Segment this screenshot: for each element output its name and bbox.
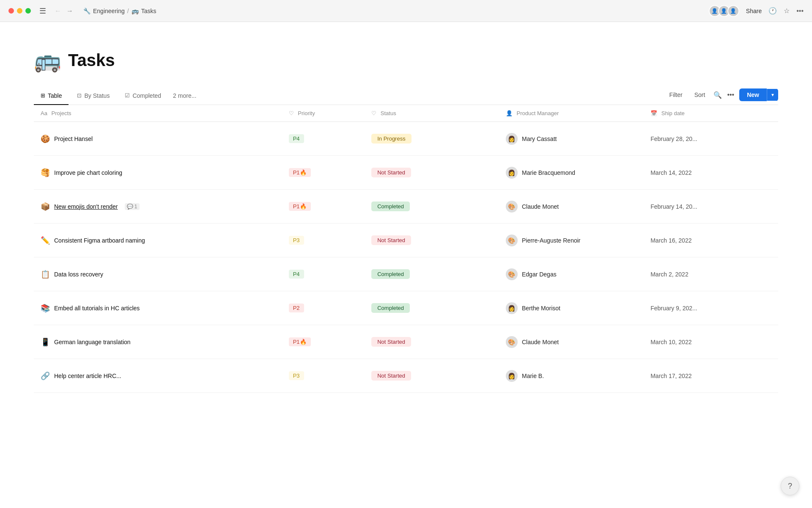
priority-cell[interactable]: P3 (282, 359, 365, 393)
status-cell[interactable]: Completed (365, 190, 499, 224)
project-emoji: ✏️ (41, 236, 50, 245)
projects-cell[interactable]: 🥞Improve pie chart coloring (34, 156, 282, 190)
project-name[interactable]: Improve pie chart coloring (54, 169, 122, 176)
projects-cell[interactable]: 📦New emojis don't render💬 1 (34, 190, 282, 224)
pm-cell[interactable]: 🎨Edgar Degas (499, 257, 644, 291)
toolbar-more-icon[interactable]: ••• (727, 91, 734, 99)
help-button[interactable]: ? (781, 477, 799, 495)
priority-cell[interactable]: P1🔥 (282, 190, 365, 224)
projects-cell[interactable]: 🍪Project Hansel (34, 122, 282, 156)
project-name[interactable]: Help center article HRC... (54, 373, 121, 379)
priority-badge: P4 (289, 134, 304, 143)
status-cell[interactable]: Not Started (365, 325, 499, 359)
pm-name: Mary Cassatt (522, 135, 557, 142)
tab-table[interactable]: ⊞ Table (34, 89, 69, 105)
pm-cell[interactable]: 👩Mary Cassatt (499, 122, 644, 156)
status-badge: Not Started (371, 235, 411, 245)
priority-cell[interactable]: P3 (282, 224, 365, 257)
project-name[interactable]: Consistent Figma artboard naming (54, 237, 145, 244)
menu-icon[interactable]: ☰ (39, 6, 46, 16)
pm-cell[interactable]: 🎨Claude Monet (499, 325, 644, 359)
table-row[interactable]: 📱German language translationP1🔥Not Start… (34, 325, 778, 359)
projects-cell[interactable]: ✏️Consistent Figma artboard naming (34, 224, 282, 257)
forward-button[interactable]: → (65, 6, 75, 16)
pm-avatar: 🎨 (506, 336, 518, 348)
by-status-tab-icon: ⊡ (77, 92, 82, 99)
project-name[interactable]: Embed all tutorials in HC articles (54, 305, 140, 312)
priority-cell[interactable]: P1🔥 (282, 156, 365, 190)
new-dropdown-button[interactable]: ▾ (767, 89, 778, 101)
ship-date-cell: March 10, 2022 (644, 325, 778, 359)
project-name[interactable]: German language translation (54, 339, 131, 345)
col-header-status[interactable]: ♡ Status (365, 105, 499, 122)
project-emoji: 🥞 (41, 168, 50, 177)
new-button-group: New ▾ (739, 88, 778, 101)
project-emoji: 📚 (41, 304, 50, 313)
priority-cell[interactable]: P4 (282, 122, 365, 156)
status-cell[interactable]: Not Started (365, 359, 499, 393)
pm-avatar: 🎨 (506, 268, 518, 280)
col-header-priority[interactable]: ♡ Priority (282, 105, 365, 122)
col-header-ship[interactable]: 📅 Ship date (644, 105, 778, 122)
project-name[interactable]: Project Hansel (54, 135, 93, 142)
status-cell[interactable]: Completed (365, 291, 499, 325)
comment-badge[interactable]: 💬 1 (125, 203, 140, 210)
filter-button[interactable]: Filter (666, 90, 686, 100)
priority-cell[interactable]: P1🔥 (282, 325, 365, 359)
table-row[interactable]: 📚Embed all tutorials in HC articlesP2Com… (34, 291, 778, 325)
status-badge: Completed (371, 303, 410, 313)
ship-date: February 9, 202... (650, 305, 697, 312)
more-icon[interactable]: ••• (796, 7, 804, 15)
pm-cell[interactable]: 👩Berthe Morisot (499, 291, 644, 325)
ship-date-cell: February 9, 202... (644, 291, 778, 325)
pm-name: Claude Monet (522, 339, 559, 345)
pm-name: Berthe Morisot (522, 305, 560, 312)
minimize-button[interactable] (17, 8, 22, 14)
avatar-3[interactable]: 👤 (727, 5, 739, 17)
pm-cell[interactable]: 👩Marie B. (499, 359, 644, 393)
share-button[interactable]: Share (746, 8, 762, 14)
table-row[interactable]: 🍪Project HanselP4In Progress👩Mary Cassat… (34, 122, 778, 156)
status-badge: In Progress (371, 134, 411, 144)
projects-cell[interactable]: 📱German language translation (34, 325, 282, 359)
priority-cell[interactable]: P4 (282, 257, 365, 291)
projects-cell[interactable]: 🔗Help center article HRC... (34, 359, 282, 393)
breadcrumb-page[interactable]: Tasks (141, 8, 156, 14)
star-icon[interactable]: ☆ (784, 7, 790, 15)
pm-name: Marie B. (522, 373, 544, 379)
priority-col-icon: ♡ (289, 110, 294, 116)
col-header-projects[interactable]: Aa Projects (34, 105, 282, 122)
ship-date: March 16, 2022 (650, 237, 691, 244)
status-cell[interactable]: Not Started (365, 224, 499, 257)
breadcrumb-section[interactable]: Engineering (93, 8, 125, 14)
table-row[interactable]: ✏️Consistent Figma artboard namingP3Not … (34, 224, 778, 257)
status-cell[interactable]: Completed (365, 257, 499, 291)
col-header-pm[interactable]: 👤 Product Manager (499, 105, 644, 122)
table-header-row: Aa Projects ♡ Priority ♡ Status 👤 Produc… (34, 105, 778, 122)
tab-by-status[interactable]: ⊡ By Status (70, 89, 116, 105)
status-cell[interactable]: In Progress (365, 122, 499, 156)
table-row[interactable]: 🔗Help center article HRC...P3Not Started… (34, 359, 778, 393)
search-icon[interactable]: 🔍 (713, 91, 722, 99)
table-row[interactable]: 📋Data loss recoveryP4Completed🎨Edgar Deg… (34, 257, 778, 291)
table-row[interactable]: 🥞Improve pie chart coloringP1🔥Not Starte… (34, 156, 778, 190)
more-tabs-button[interactable]: 2 more... (170, 89, 200, 104)
status-cell[interactable]: Not Started (365, 156, 499, 190)
table-row[interactable]: 📦New emojis don't render💬 1P1🔥Completed🎨… (34, 190, 778, 224)
table-tab-icon: ⊞ (41, 92, 45, 99)
pm-cell[interactable]: 👩Marie Bracquemond (499, 156, 644, 190)
maximize-button[interactable] (25, 8, 31, 14)
new-button[interactable]: New (739, 88, 767, 101)
tab-completed[interactable]: ☑ Completed (118, 89, 168, 105)
project-name[interactable]: Data loss recovery (54, 271, 103, 278)
projects-cell[interactable]: 📚Embed all tutorials in HC articles (34, 291, 282, 325)
priority-cell[interactable]: P2 (282, 291, 365, 325)
project-name[interactable]: New emojis don't render (54, 203, 118, 210)
history-icon[interactable]: 🕐 (768, 7, 777, 15)
sort-button[interactable]: Sort (691, 90, 709, 100)
pm-cell[interactable]: 🎨Claude Monet (499, 190, 644, 224)
back-button[interactable]: ← (53, 6, 63, 16)
pm-cell[interactable]: 🎨Pierre-Auguste Renoir (499, 224, 644, 257)
close-button[interactable] (8, 8, 14, 14)
projects-cell[interactable]: 📋Data loss recovery (34, 257, 282, 291)
